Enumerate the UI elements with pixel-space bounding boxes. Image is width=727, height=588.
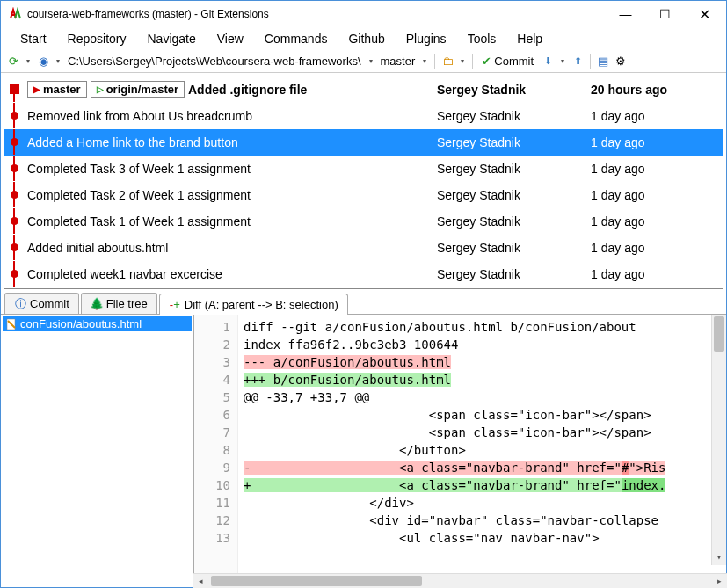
commit-row[interactable]: Removed link from About Us breadcrumbSer… [4,103,723,129]
file-item[interactable]: conFusion/aboutus.html [3,316,192,331]
refresh-dropdown[interactable]: ▾ [24,57,33,65]
push-icon[interactable]: ⬆ [571,54,585,69]
menu-start[interactable]: Start [11,29,55,48]
info-icon: ⓘ [14,298,26,310]
menu-github[interactable]: Github [339,29,393,48]
commit-list[interactable]: ▶ master▷ origin/masterAdded .gitignore … [4,76,723,289]
minimize-button[interactable]: — [606,2,645,26]
commit-author: Sergey Stadnik [437,109,591,123]
scroll-thumb[interactable] [211,576,422,586]
refresh-icon[interactable]: ⟳ [6,54,20,69]
file-list[interactable]: conFusion/aboutus.html [1,315,194,580]
graph-node [6,208,22,234]
menubar: Start Repository Navigate View Commands … [1,27,726,50]
commit-row[interactable]: Added a Home link to the brand buttonSer… [4,129,723,156]
pull-dropdown[interactable]: ▾ [558,57,567,65]
menu-repository[interactable]: Repository [59,29,135,48]
scroll-down-icon[interactable]: ▾ [712,550,726,565]
stash-icon[interactable]: ▤ [596,54,610,69]
commit-message: Removed link from About Us breadcrumb [22,109,437,123]
edit-file-icon [5,318,18,330]
commit-row[interactable]: Completed Task 2 of Week 1 assignmentSer… [4,182,723,208]
separator [590,54,591,69]
commit-row[interactable]: Completed Task 1 of Week 1 assignmentSer… [4,208,723,235]
line-gutter: 12345678910111213 [194,315,238,580]
commit-date: 1 day ago [591,109,723,123]
titlebar: coursera-web-frameworks (master) - Git E… [1,1,726,27]
scroll-thumb[interactable] [714,316,724,352]
separator [472,54,473,69]
commit-message: Completed Task 3 of Week 1 assignment [22,162,437,176]
scroll-right-icon[interactable]: ▸ [712,574,727,588]
commit-date: 1 day ago [591,241,723,255]
detail-pane: conFusion/aboutus.html 12345678910111213… [1,315,726,580]
graph-node [6,76,22,102]
branch-badge-remote[interactable]: ▷ origin/master [91,81,185,98]
path-dropdown[interactable]: ▾ [367,57,375,65]
tab-diff-label: Diff (A: parent --> B: selection) [185,298,338,311]
commit-message: Completed Task 1 of Week 1 assignment [22,214,437,229]
menu-navigate[interactable]: Navigate [139,29,205,48]
folder-icon[interactable]: 🗀 [440,54,454,69]
diff-content: diff --git a/conFusion/aboutus.html b/co… [238,315,726,580]
app-icon [8,7,22,21]
separator [434,54,435,69]
graph-node [6,235,22,260]
repo-path[interactable]: C:\Users\Sergey\Projects\Web\coursera-we… [66,54,363,68]
tab-commit-label: Commit [30,297,69,310]
maximize-button[interactable]: ☐ [645,2,685,26]
commit-row[interactable]: ▶ master▷ origin/masterAdded .gitignore … [4,76,723,103]
graph-node [6,156,22,181]
vertical-scrollbar[interactable]: ▴ ▾ [711,315,726,565]
globe-dropdown[interactable]: ▾ [54,57,62,65]
commit-date: 1 day ago [591,214,723,229]
commit-row[interactable]: Completed week1 navbar excerciseSergey S… [4,261,723,287]
tab-diff[interactable]: -+ Diff (A: parent --> B: selection) [159,294,348,315]
diff-viewer[interactable]: 12345678910111213 diff --git a/conFusion… [194,315,726,580]
commit-author: Sergey Stadnik [437,135,591,149]
graph-node [6,103,22,128]
menu-plugins[interactable]: Plugins [397,29,455,48]
commit-author: Sergey Stadnik [437,214,591,229]
tree-icon: 🌲 [91,298,103,310]
branch-dropdown[interactable]: ▾ [420,57,429,65]
menu-commands[interactable]: Commands [256,29,337,48]
menu-view[interactable]: View [208,29,252,48]
commit-author: Sergey Stadnik [437,267,591,281]
menu-help[interactable]: Help [508,29,551,48]
toolbar: ⟳ ▾ ◉ ▾ C:\Users\Sergey\Projects\Web\cou… [1,50,726,73]
commit-button[interactable]: ✔ Commit [478,54,537,68]
tab-filetree-label: File tree [106,297,148,310]
branch-badge-local[interactable]: ▶ master [27,81,87,98]
folder-dropdown[interactable]: ▾ [458,57,467,65]
menu-tools[interactable]: Tools [459,29,505,48]
commit-author: Sergey Stadnik [437,162,591,176]
file-path: conFusion/aboutus.html [20,317,142,330]
commit-message: Completed Task 2 of Week 1 assignment [22,188,437,202]
horizontal-scrollbar[interactable]: ◂ ▸ [193,573,727,588]
commit-label: Commit [494,54,534,68]
commit-date: 20 hours ago [591,83,723,97]
diff-icon: -+ [169,299,181,311]
check-icon: ✔ [482,54,491,68]
window-title: coursera-web-frameworks (master) - Git E… [27,8,606,20]
commit-message: ▶ master▷ origin/masterAdded .gitignore … [22,81,437,98]
commit-date: 1 day ago [591,135,723,149]
commit-message: Added initial aboutus.html [22,241,437,255]
commit-row[interactable]: Completed Task 3 of Week 1 assignmentSer… [4,156,723,182]
close-button[interactable]: ✕ [685,2,724,26]
commit-message: Completed week1 navbar excercise [22,267,437,281]
commit-row[interactable]: Added initial aboutus.htmlSergey Stadnik… [4,235,723,261]
tab-commit[interactable]: ⓘ Commit [4,293,79,314]
tab-filetree[interactable]: 🌲 File tree [81,293,157,314]
commit-author: Sergey Stadnik [437,83,591,97]
commit-author: Sergey Stadnik [437,188,591,202]
commit-date: 1 day ago [591,267,723,281]
scroll-left-icon[interactable]: ◂ [193,574,208,588]
pull-icon[interactable]: ⬇ [541,54,555,69]
settings-icon[interactable]: ⚙ [614,54,628,69]
globe-icon[interactable]: ◉ [36,54,50,69]
commit-date: 1 day ago [591,188,723,202]
graph-node [6,182,22,207]
branch-name[interactable]: master [379,54,418,68]
